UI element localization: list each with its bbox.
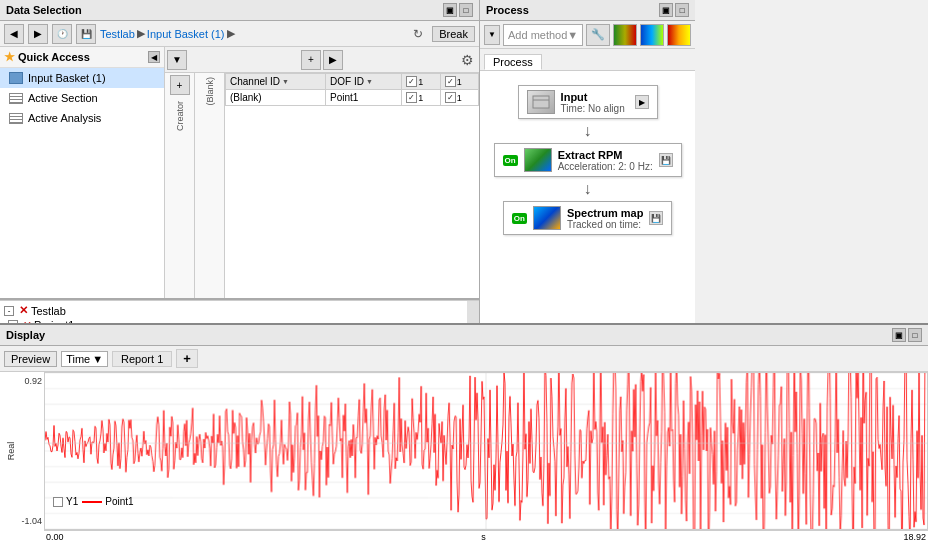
check2-label: 1 [457,77,462,87]
expand-button[interactable]: ▶ [323,50,343,70]
x-end-label: 18.92 [903,532,926,542]
data-selection-title: Data Selection [6,4,82,16]
data-selection-top: Data Selection ▣ □ ◀ ▶ 🕐 💾 Testlab ▶ Inp… [0,0,479,300]
grid-icon [10,94,22,103]
process-dropdown-arrow[interactable]: ▼ [484,25,500,45]
cell-channel-id[interactable]: (Blank) [226,90,326,106]
creator-column: + Creator [165,73,195,298]
row-check2-label: 1 [457,93,462,103]
extract-node-title: Extract RPM [558,149,653,161]
col-check1[interactable]: ✓ 1 [402,74,440,90]
spectrum-node-sub: Tracked on time: [567,219,643,230]
legend-y1: Y1 [53,496,78,507]
report-tab[interactable]: Report 1 [112,351,172,367]
nav-forward-button[interactable]: ▶ [28,24,48,44]
table-row: (Blank) Point1 ✓ 1 [226,90,479,106]
x-unit-label: s [481,532,486,542]
bottom-panel: Display ▣ □ Preview Time ▼ Report 1 + 0.… [0,323,928,543]
active-section-icon [8,90,24,106]
tree-item-testlab[interactable]: - ✕ Testlab [0,303,467,318]
legend-y1-box [53,497,63,507]
nav-path-testlab[interactable]: Testlab [100,28,135,40]
nav-history-button[interactable]: 🕐 [52,24,72,44]
add-button[interactable]: + [301,50,321,70]
process-toolbar: ▼ Add method ▼ 🔧 [480,21,695,49]
process-arrow-1: ↓ [584,123,592,139]
gear-button[interactable]: ⚙ [457,50,477,70]
filter-button[interactable]: ▼ [167,50,187,70]
data-table-container: Channel ID ▼ DOF ID ▼ [225,73,479,298]
col-channel-id[interactable]: Channel ID ▼ [226,74,326,90]
data-table: Channel ID ▼ DOF ID ▼ [225,73,479,106]
nav-back-button[interactable]: ◀ [4,24,24,44]
check1-label: 1 [418,77,423,87]
row-check2[interactable]: ✓ [445,92,456,103]
data-selection-header: Data Selection ▣ □ [0,0,479,21]
x-start-label: 0.00 [46,532,64,542]
tree-scrollbar[interactable] [467,301,479,323]
nav-path-basket[interactable]: Input Basket (1) [147,28,225,40]
process-tab[interactable]: Process [484,54,542,70]
spectrum-node-save-button[interactable]: 💾 [649,211,663,225]
row-check1[interactable]: ✓ [406,92,417,103]
creator-label: Creator [173,97,187,135]
preview-button[interactable]: Preview [4,351,57,367]
input-node-icon [527,90,555,114]
content-area: ★ Quick Access ◀ Input Basket (1) [0,47,479,298]
process-header: Process ▣ □ [480,0,695,21]
extract-node-icon [524,148,552,172]
qa-input-basket[interactable]: Input Basket (1) [0,68,164,88]
display-split-icon[interactable]: ▣ [892,328,906,342]
active-analysis-icon [8,110,24,126]
nav-break-button[interactable]: Break [432,26,475,42]
check2-box[interactable]: ✓ [445,76,456,87]
col-check2[interactable]: ✓ 1 [440,74,478,90]
legend-point1: Point1 [82,496,133,507]
nav-refresh-button[interactable]: ↻ [408,24,428,44]
check1-box[interactable]: ✓ [406,76,417,87]
panel-split-icon[interactable]: ▣ [443,3,457,17]
add-tab-button[interactable]: + [176,349,198,368]
col-dof-id[interactable]: DOF ID ▼ [326,74,402,90]
chart-btn1[interactable] [613,24,637,46]
wrench-button[interactable]: 🔧 [586,24,610,46]
process-max-icon[interactable]: □ [675,3,689,17]
col-channel-sort-icon: ▼ [282,78,289,85]
method-dropdown[interactable]: Add method ▼ [503,24,583,46]
nav-save-button[interactable]: 💾 [76,24,96,44]
grid-columns-area: + Creator (Blank) [165,73,479,298]
process-node-input: Input Time: No align ▶ [518,85,658,119]
display-max-icon[interactable]: □ [908,328,922,342]
panel-max-icon[interactable]: □ [459,3,473,17]
y-axis-label: Real [6,442,16,461]
active-section-icon-shape [9,93,23,104]
time-dropdown[interactable]: Time ▼ [61,351,108,367]
creator-add-button[interactable]: + [170,75,190,95]
process-split-icon[interactable]: ▣ [659,3,673,17]
extract-node-save-button[interactable]: 💾 [659,153,673,167]
qa-active-analysis[interactable]: Active Analysis [0,108,164,128]
row-check1-label: 1 [418,93,423,103]
cell-check1[interactable]: ✓ 1 [402,90,440,106]
extract-node-text: Extract RPM Acceleration: 2: 0 Hz: [558,149,653,172]
process-title: Process [486,4,529,16]
right-panel: Process ▣ □ ▼ Add method ▼ 🔧 Process [480,0,695,323]
cell-dof-id[interactable]: Point1 [326,90,402,106]
process-node-extract: On Extract RPM Acceleration: 2: 0 Hz: 💾 [494,143,682,177]
expand-testlab-button[interactable]: - [4,306,14,316]
nav-path-sep2: ▶ [227,27,235,40]
cell-check2[interactable]: ✓ 1 [440,90,478,106]
waveform-chart[interactable] [45,373,927,529]
chart-btn2[interactable] [640,24,664,46]
qa-active-section[interactable]: Active Section [0,88,164,108]
input-node-expand-button[interactable]: ▶ [635,95,649,109]
chart-btn3[interactable] [667,24,691,46]
extract-node-box: On Extract RPM Acceleration: 2: 0 Hz: 💾 [494,143,682,177]
grid-toolbar: ▼ + ▶ ⚙ [165,47,479,73]
display-header: Display ▣ □ [0,325,928,346]
quick-access-collapse-button[interactable]: ◀ [148,51,160,63]
process-arrow-2: ↓ [584,181,592,197]
process-tab-bar: Process [480,49,695,71]
quick-access-panel: ★ Quick Access ◀ Input Basket (1) [0,47,165,298]
left-panel: Data Selection ▣ □ ◀ ▶ 🕐 💾 Testlab ▶ Inp… [0,0,480,323]
